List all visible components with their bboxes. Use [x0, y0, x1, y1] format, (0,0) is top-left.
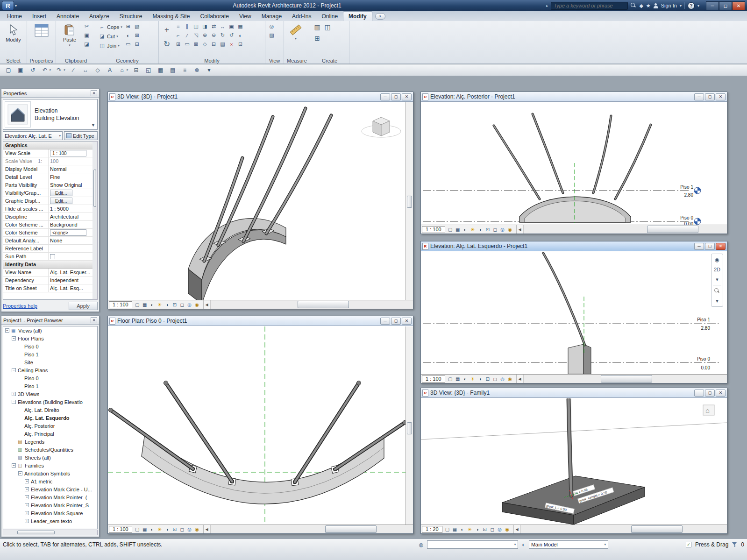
w1-restore-button[interactable]: ◻ — [391, 93, 401, 100]
ribbon-tab-collaborate[interactable]: Collaborate — [195, 12, 234, 21]
cut-to-clipboard-icon[interactable]: ✂ — [83, 22, 91, 30]
cut-button[interactable]: ◪Cut▾ — [99, 32, 122, 41]
switch-windows-button[interactable]: ▾ — [204, 65, 215, 75]
sun-path-icon[interactable]: ☀ — [469, 226, 477, 233]
w1-view-scale-button[interactable]: 1 : 100 — [109, 301, 132, 308]
wall-joins-icon[interactable]: ⊞ — [124, 22, 132, 30]
w2-restore-button[interactable]: ◻ — [705, 93, 715, 100]
beam-joins-icon[interactable]: ▤ — [219, 40, 227, 48]
trim-icon[interactable]: ⌐ — [174, 31, 182, 39]
w3-restore-button[interactable]: ◻ — [705, 243, 715, 250]
ribbon-tab-manage[interactable]: Manage — [256, 12, 287, 21]
shadows-icon[interactable]: ◑ — [477, 226, 484, 233]
w4-minimize-button[interactable]: ─ — [380, 318, 390, 325]
edit-type-button[interactable]: Edit Type — [64, 131, 98, 140]
section-button[interactable]: ⊟ — [131, 65, 142, 75]
ribbon-tab-view[interactable]: View — [234, 12, 256, 21]
properties-close-icon[interactable]: ✕ — [91, 90, 97, 96]
tree-item-al-lat-esquerdo[interactable]: Alç. Lat. Esquerdo — [3, 414, 97, 422]
cut-geometry-icon[interactable]: ⊟ — [210, 40, 218, 48]
cope-caret-icon[interactable]: ▾ — [121, 25, 122, 29]
tree-expander-icon[interactable]: − — [18, 471, 22, 475]
show-crop-icon[interactable]: ◻ — [489, 526, 496, 533]
delete-icon[interactable]: × — [228, 40, 235, 48]
help-button[interactable]: ? — [688, 2, 695, 9]
level-head-piso0[interactable] — [694, 218, 701, 225]
match-icon[interactable]: ↺ — [228, 31, 235, 39]
tree-item-piso-1[interactable]: Piso 1 — [3, 350, 97, 358]
tree-item-schedules-quantities[interactable]: ▥Schedules/Quantities — [3, 446, 97, 454]
copy-to-clipboard-icon[interactable]: ▣ — [83, 31, 91, 39]
type-selector-caret-icon[interactable]: ▼ — [91, 123, 95, 128]
crop-region-icon[interactable]: ⊡ — [484, 376, 491, 383]
show-crop-icon[interactable]: ◻ — [491, 226, 499, 233]
worksets-icon[interactable]: ◍ — [419, 542, 424, 548]
scale-icon[interactable]: ◹ — [192, 31, 200, 39]
unpin-icon[interactable]: ⊖ — [210, 31, 218, 39]
ribbon-tab-structure[interactable]: Structure — [114, 12, 148, 21]
tree-expander-icon[interactable]: + — [25, 487, 29, 491]
help-search-input[interactable] — [551, 2, 628, 10]
tree-expander-icon[interactable]: − — [12, 336, 16, 340]
shadows-icon[interactable]: ◑ — [164, 526, 171, 533]
w5-horizontal-scrollbar[interactable]: ◀ — [513, 525, 727, 533]
properties-scrollbar[interactable] — [92, 141, 98, 300]
poles-elevation[interactable] — [494, 114, 651, 199]
tree-expander-icon[interactable]: − — [5, 328, 9, 333]
crop-view-icon[interactable]: ▢ — [447, 376, 454, 383]
property-value[interactable]: Alç. Lat. Esq... — [49, 284, 97, 292]
default-3d-view-button[interactable]: ⌂▾ — [116, 65, 130, 75]
close-hidden-windows-button[interactable]: ⊗ — [192, 65, 203, 75]
w2-horizontal-scrollbar[interactable]: ◀ — [516, 225, 727, 234]
steering-wheel-icon[interactable]: ◉ — [712, 255, 722, 264]
split-icon[interactable]: ∕ — [183, 31, 191, 39]
w3-horizontal-scrollbar[interactable]: ◀ — [516, 375, 727, 383]
open-button[interactable]: ▢ — [3, 65, 14, 75]
press-drag-checkbox[interactable] — [686, 542, 691, 547]
search-binoculars-icon[interactable] — [631, 3, 636, 8]
show-crop-icon[interactable]: ◻ — [178, 526, 186, 533]
family-pole[interactable] — [569, 399, 571, 496]
w1-titlebar[interactable]: R 3D View: {3D} - Project1 ─ ◻ ✕ — [108, 92, 413, 102]
tree-expander-icon[interactable]: + — [25, 511, 29, 515]
tree-expander-icon[interactable]: + — [25, 519, 29, 523]
move-icon[interactable]: ↔ — [219, 22, 227, 30]
w5-restore-button[interactable]: ◻ — [705, 390, 715, 397]
w5-titlebar[interactable]: R 3D View: {3D} - Family1 ─ ◻ ✕ — [421, 388, 727, 398]
paste-caret-icon[interactable]: ▾ — [69, 43, 71, 47]
shadows-icon[interactable]: ◑ — [164, 301, 171, 308]
undo-button[interactable]: ↶▾ — [39, 65, 53, 75]
temporary-hide-icon[interactable]: ◎ — [186, 526, 193, 533]
property-value[interactable]: Fine — [49, 173, 97, 181]
tree-item-3d-views[interactable]: +3D Views — [3, 390, 97, 398]
thin-lines-button[interactable]: ≡ — [179, 65, 191, 75]
tree-item-piso-1[interactable]: Piso 1 — [3, 382, 97, 390]
w3-canvas[interactable]: Piso 1 2.80 Piso 0 0.00 ◉ 2D ▾ — [421, 252, 727, 374]
app-minimize-button[interactable]: ─ — [706, 1, 719, 10]
zoom-2d-icon[interactable]: 2D — [712, 265, 722, 274]
property-value[interactable]: Normal — [49, 165, 97, 173]
detail-level-icon[interactable]: ▦ — [141, 526, 149, 533]
w4-view-scale-button[interactable]: 1 : 100 — [109, 526, 132, 533]
sun-path-checkbox[interactable] — [50, 254, 55, 259]
cut-caret-icon[interactable]: ▾ — [116, 35, 118, 38]
crop-view-icon[interactable]: ▢ — [447, 226, 454, 233]
w3-close-button[interactable]: ✕ — [716, 243, 726, 250]
tree-item-piso-0[interactable]: Piso 0 — [3, 374, 97, 382]
subscription-center-icon[interactable]: ◆ — [639, 3, 643, 9]
zoom-icon[interactable] — [712, 287, 722, 295]
application-menu-caret-icon[interactable]: ▾ — [15, 4, 17, 8]
ribbon-tab-online[interactable]: Online — [316, 12, 343, 21]
ribbon-tab-modify[interactable]: Modify — [343, 11, 372, 21]
w2-close-button[interactable]: ✕ — [716, 93, 726, 100]
property-value[interactable]: 1 : 100 — [49, 149, 97, 157]
array-icon[interactable]: ▦ — [236, 22, 244, 30]
sync-button[interactable]: ↺ — [27, 65, 38, 75]
detail-level-icon[interactable]: ▦ — [451, 526, 459, 533]
pole-side-elevation[interactable] — [543, 253, 585, 345]
property-value[interactable]: None — [49, 237, 97, 244]
properties-palette-button[interactable] — [30, 22, 53, 57]
tree-item-legends[interactable]: ▤Legends — [3, 438, 97, 446]
value-combo[interactable]: <none> — [50, 229, 86, 236]
sun-path-icon[interactable]: ☀ — [466, 526, 474, 533]
